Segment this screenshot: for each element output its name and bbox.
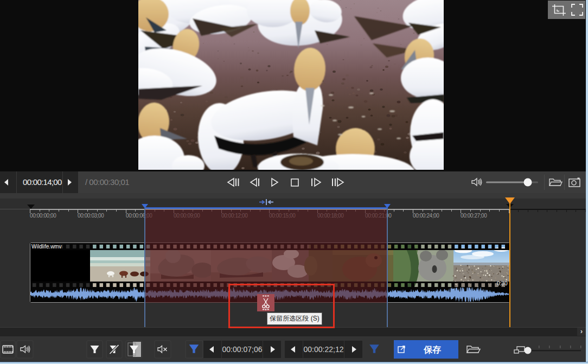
svg-text:00:00:07;06: 00:00:07;06 [222, 345, 263, 354]
svg-text:00:00:22;12: 00:00:22;12 [304, 345, 344, 354]
svg-text:保存: 保存 [423, 345, 441, 354]
